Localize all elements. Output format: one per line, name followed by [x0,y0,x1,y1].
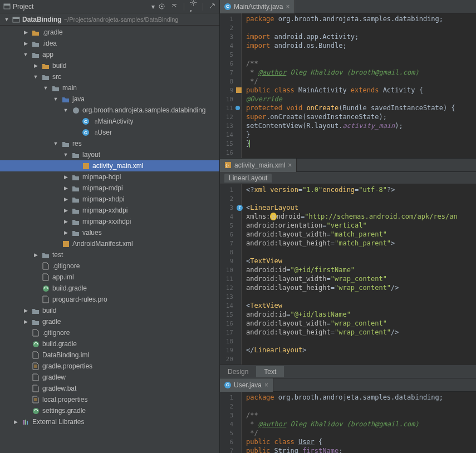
tree-node[interactable]: settings.gradle [0,405,219,416]
hide-icon[interactable] [209,3,216,10]
twisty-icon: ▼ [42,85,49,91]
tree-node[interactable]: app.iml [0,272,219,283]
twisty-icon: ▶ [62,207,69,214]
twisty-icon [32,263,39,269]
twisty-icon: ▶ [62,174,69,180]
tree-node[interactable]: CaUser [0,127,219,138]
tree-node[interactable]: ▶mipmap-xhdpi [0,194,219,205]
collapse-icon[interactable] [171,3,178,10]
node-label: mipmap-hdpi [82,173,121,181]
tree-node[interactable]: ▶mipmap-hdpi [0,171,219,183]
tree-node[interactable]: ▶mipmap-xxhdpi [0,205,219,216]
node-label: mipmap-xhdpi [82,195,124,203]
code-editor[interactable]: 123456789package org.brooth.androjeta.sa… [220,392,476,453]
node-label: gradlew [42,373,66,381]
node-icon [51,83,60,92]
tree-node[interactable]: ▼org.brooth.androjeta.samples.databindin… [0,105,219,116]
node-label: .gradle [42,28,63,36]
svg-rect-13 [23,420,24,425]
node-icon [21,417,30,426]
project-title: Project [13,3,33,11]
node-label: External Libraries [32,418,84,426]
node-icon [31,406,40,415]
twisty-icon: ▶ [22,40,29,47]
node-label: MainActivity [98,117,134,125]
node-icon [31,28,40,37]
tab-text[interactable]: Text [256,366,284,377]
close-icon[interactable]: × [264,381,268,389]
code-editor[interactable]: 123C4567891011121314151617181920<?xml ve… [220,184,476,365]
tree-node[interactable]: ▶build [0,305,219,316]
editor-area: C MainActivity.java × 123456789101112131… [220,0,476,453]
node-icon: C [81,117,90,126]
tree-node[interactable]: local.properties [0,394,219,405]
tree-node[interactable]: CaMainActivity [0,116,219,127]
tree-node[interactable]: DataBinding.iml [0,349,219,361]
twisty-icon: ▼ [62,151,69,158]
close-icon[interactable]: × [288,161,292,169]
project-breadcrumb[interactable]: ▼ DataBinding ~/Projects/androjeta-sampl… [0,13,219,26]
tab-activity-main-xml[interactable]: ⟨⟩ activity_main.xml × [220,159,297,172]
svg-point-7 [73,107,79,114]
tree-node[interactable]: gradlew.bat [0,383,219,394]
close-icon[interactable]: × [286,3,289,11]
node-label: local.properties [42,396,87,403]
node-icon [31,351,40,360]
twisty-icon: ▶ [62,218,69,225]
tree-node[interactable]: activity_main.xml [0,160,219,171]
node-icon [31,362,40,371]
node-icon: C [81,128,90,137]
svg-rect-6 [13,17,19,19]
tree-node[interactable]: ▼src [0,71,219,82]
node-label: .idea [42,40,57,47]
tree-node[interactable]: ▶mipmap-mdpi [0,183,219,194]
tree-node[interactable]: ▶test [0,249,219,260]
tree-node[interactable]: ▼app [0,49,219,60]
tree-node[interactable]: ▼layout [0,149,219,160]
tree-node[interactable]: ▶gradle [0,316,219,327]
node-label: mipmap-mdpi [82,184,123,192]
tree-node[interactable]: ▼res [0,138,219,149]
tree-node[interactable]: ▶mipmap-xxxhdpi [0,216,219,227]
node-label: java [72,95,85,103]
tab-user[interactable]: C User.java × [220,378,273,392]
java-class-icon: C [224,382,231,388]
twisty-icon [52,240,59,247]
twisty-icon: ▼ [52,96,59,102]
tree-node[interactable]: build.gradle [0,338,219,349]
tree-node[interactable]: .gitignore [0,327,219,338]
locate-icon[interactable] [158,3,165,10]
tree-node[interactable]: gradlew [0,372,219,383]
tree-node[interactable]: ▶.idea [0,38,219,49]
node-label: gradle [42,318,61,326]
node-label: src [52,73,61,81]
twisty-icon: ▶ [22,318,29,325]
tree-node[interactable]: ▶.gradle [0,27,219,38]
tree-node[interactable]: AndroidManifest.xml [0,238,219,249]
gear-icon[interactable]: ▾ [190,0,197,14]
tree-node[interactable]: ▶values [0,227,219,238]
tree-node[interactable]: ▼main [0,82,219,93]
tree-node[interactable]: build.gradle [0,283,219,294]
node-icon [41,262,50,270]
tree-node[interactable]: ▶build [0,60,219,71]
code-editor[interactable]: 12345678910111213141516package org.broot… [220,13,476,158]
tree-node[interactable]: .gitignore [0,260,219,272]
tree-node[interactable]: gradle.properties [0,361,219,372]
project-dropdown[interactable]: Project ▾ [3,3,155,11]
node-icon [31,373,40,382]
tab-label: activity_main.xml [234,161,285,169]
tab-main-activity[interactable]: C MainActivity.java × [220,0,295,13]
svg-point-4 [193,2,195,4]
tree-node[interactable]: ▼java [0,93,219,105]
tab-design[interactable]: Design [220,366,256,377]
node-icon [31,306,40,315]
node-label: main [62,84,77,92]
node-label: .gitignore [52,262,80,270]
twisty-icon: ▶ [62,185,69,191]
project-tree[interactable]: ▶.gradle▶.idea▼app▶build▼src▼main▼java▼o… [0,26,219,453]
node-label: activity_main.xml [92,162,143,170]
tree-node[interactable]: ▶External Libraries [0,416,219,427]
breadcrumb-item[interactable]: LinearLayout [224,174,272,183]
tree-node[interactable]: proguard-rules.pro [0,294,219,305]
